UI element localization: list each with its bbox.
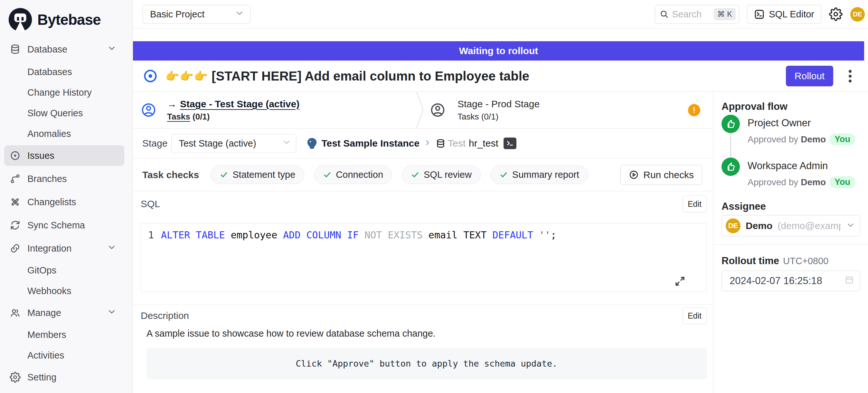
sidebar-item-integration[interactable]: Integration (0, 238, 133, 259)
sidebar-item-label: Anomalies (27, 128, 71, 139)
more-options-kebab-icon[interactable] (843, 70, 857, 83)
thumbs-up-icon (721, 115, 740, 133)
sql-editor-label: SQL Editor (769, 9, 814, 20)
logo[interactable]: Bytebase (0, 0, 133, 39)
issue-main-column: → Stage - Test Stage (active) Tasks (0/1… (133, 92, 713, 393)
issue-title-row: 👉👉👉 [START HERE] Add email column to Emp… (133, 61, 868, 92)
issue-circle-dot-icon (10, 150, 21, 161)
stage-card-prod[interactable]: Stage - Prod Stage Tasks (0/1) ! (425, 92, 713, 128)
stage-tasks-count: (0/1) (481, 112, 498, 121)
sidebar-item-slow-queries[interactable]: Slow Queries (0, 103, 133, 123)
assignee-name: Demo (746, 220, 772, 231)
sidebar-item-label: Slow Queries (27, 108, 83, 119)
rollout-timezone: UTC+0800 (783, 256, 828, 266)
sidebar-item-sync-schema[interactable]: Sync Schema (0, 215, 133, 236)
stage-picker-row: Stage Test Stage (active) Test Sample In… (133, 128, 713, 158)
sidebar-item-members[interactable]: Members (0, 324, 133, 345)
breadcrumb-database[interactable]: hr_test (469, 138, 498, 149)
sql-edit-button[interactable]: Edit (683, 195, 707, 212)
users-icon (10, 307, 21, 318)
check-icon (499, 171, 508, 179)
stage-strip: → Stage - Test Stage (active) Tasks (0/1… (133, 92, 713, 128)
line-number: 1 (141, 229, 161, 242)
assignee-email: (demo@example (778, 220, 841, 231)
check-icon (220, 171, 228, 179)
sidebar-item-database[interactable]: Database (0, 39, 133, 60)
check-pill-sql-review[interactable]: SQL review (402, 165, 481, 184)
sidebar-item-change-history[interactable]: Change History (0, 82, 133, 103)
check-icon (323, 171, 332, 179)
settings-gear-icon[interactable] (829, 7, 843, 21)
check-pill-statement-type[interactable]: Statement type (211, 165, 304, 184)
expand-editor-icon[interactable] (674, 275, 686, 287)
sidebar-item-label: GitOps (27, 265, 56, 276)
description-code-block: Click "Approve" button to apply the sche… (147, 348, 707, 379)
sidebar-item-setting[interactable]: Setting (0, 367, 133, 388)
sidebar-item-label: Databases (27, 67, 72, 77)
terminal-icon (754, 9, 765, 20)
sql-section: SQL Edit 1 ALTER TABLE employee ADD COLU… (133, 191, 713, 304)
issue-title: [START HERE] Add email column to Employe… (212, 69, 529, 84)
chevron-down-icon (107, 43, 117, 55)
chevron-down-icon (282, 138, 291, 149)
stage-warning-icon: ! (688, 104, 700, 116)
sidebar-item-branches[interactable]: Branches (0, 169, 133, 189)
sql-editor-button[interactable]: SQL Editor (747, 5, 821, 24)
check-pill-connection[interactable]: Connection (314, 165, 392, 184)
thumbs-up-icon (721, 157, 740, 176)
rollout-time-label: Rollout time (721, 255, 779, 267)
approver-name: Demo (801, 134, 826, 145)
sidebar-item-activities[interactable]: Activities (0, 345, 133, 366)
project-select[interactable]: Basic Project (143, 5, 250, 24)
stage-name-link[interactable]: Stage - Test Stage (active) (180, 98, 300, 110)
approval-step-workspace-admin: Workspace Admin Approved by Demo You (721, 157, 860, 188)
stage-tasks-label: Tasks (458, 112, 479, 121)
stage-tasks-link[interactable]: Tasks (167, 112, 190, 121)
active-stage-arrow: → (167, 98, 177, 110)
stage-assignee-icon (430, 102, 445, 118)
logo-wordmark: Bytebase (37, 11, 101, 28)
sidebar-item-gitops[interactable]: GitOps (0, 260, 133, 280)
run-checks-button[interactable]: Run checks (620, 165, 702, 185)
search-input[interactable]: Search ⌘ K (655, 5, 739, 24)
description-label: Description (141, 310, 189, 321)
assignee-select[interactable]: DE Demo (demo@example (721, 215, 860, 237)
check-label: Statement type (232, 170, 295, 180)
sidebar-item-webhooks[interactable]: Webhooks (0, 280, 133, 301)
issue-status-icon (143, 69, 158, 84)
user-avatar[interactable]: DE (850, 7, 865, 22)
sidebar-item-databases[interactable]: Databases (0, 62, 133, 82)
sidebar-item-label: Webhooks (27, 286, 71, 296)
postgresql-icon (306, 137, 318, 149)
assignee-label: Assignee (721, 201, 860, 212)
sidebar-item-issues[interactable]: Issues (4, 145, 124, 166)
sidebar-item-changelists[interactable]: Changelists (0, 192, 133, 212)
stage-select[interactable]: Test Stage (active) (171, 134, 296, 153)
check-pill-summary-report[interactable]: Summary report (490, 165, 588, 184)
run-checks-label: Run checks (643, 170, 694, 180)
panel-divider (713, 244, 868, 245)
description-edit-button[interactable]: Edit (683, 307, 707, 324)
stage-name: Stage - Prod Stage (458, 98, 539, 110)
stage-select-value: Test Stage (active) (179, 138, 256, 149)
chevron-down-icon (235, 8, 244, 20)
approval-role: Project Owner (748, 117, 855, 129)
open-in-sql-editor-icon[interactable] (503, 138, 517, 149)
calendar-icon[interactable] (844, 275, 854, 287)
check-label: Summary report (512, 170, 579, 180)
approval-role: Workspace Admin (748, 160, 855, 172)
breadcrumb-instance[interactable]: Test Sample Instance (321, 138, 420, 149)
stage-card-test[interactable]: → Stage - Test Stage (active) Tasks (0/1… (133, 92, 415, 128)
sidebar-item-anomalies[interactable]: Anomalies (0, 123, 133, 144)
rollout-time-input[interactable]: 2024-02-07 16:25:18 (721, 271, 860, 291)
approval-status-prefix: Approved by (748, 134, 798, 145)
description-text: A sample issue to showcase how to review… (147, 328, 707, 339)
bytebase-app: Bytebase Database Databases Change Histo… (0, 0, 868, 393)
approval-status-prefix: Approved by (748, 177, 798, 187)
topbar: Basic Project Search ⌘ K SQL Editor DE (133, 0, 868, 29)
rollout-time-value: 2024-02-07 16:25:18 (730, 275, 822, 287)
sidebar-item-manage[interactable]: Manage (0, 302, 133, 323)
sidebar-item-label: Activities (27, 350, 64, 361)
sql-section-label: SQL (141, 199, 160, 209)
rollout-button[interactable]: Rollout (786, 66, 833, 86)
